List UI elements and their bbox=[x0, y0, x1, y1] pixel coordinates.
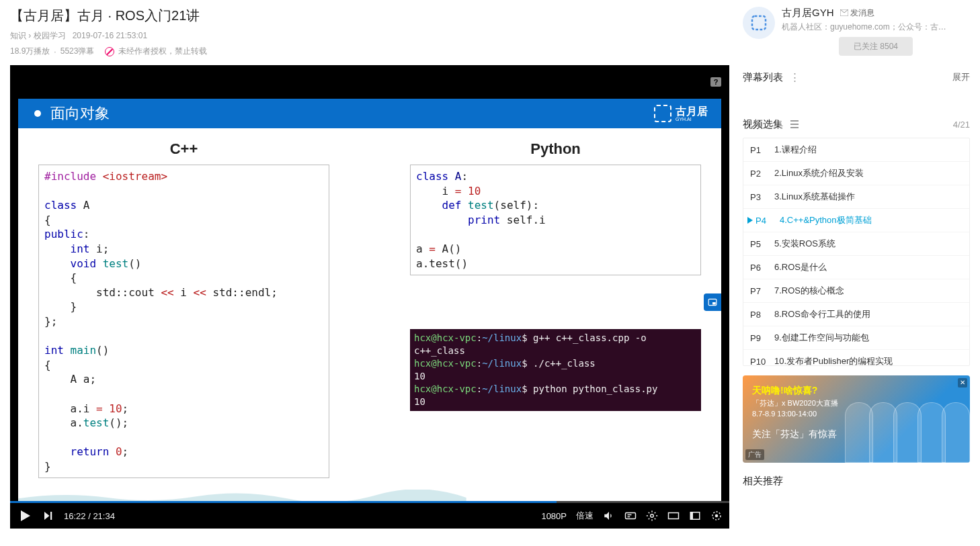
episode-title: 1.课程介绍 bbox=[774, 144, 963, 156]
expand-button[interactable]: 展开 bbox=[952, 71, 970, 83]
episode-number: P3 bbox=[750, 192, 768, 202]
related-title: 相关推荐 bbox=[743, 475, 970, 488]
episode-number: P9 bbox=[750, 333, 768, 343]
playlist: P11.课程介绍P22.Linux系统介绍及安装P33.Linux系统基础操作P… bbox=[743, 138, 970, 366]
episode-number: P6 bbox=[750, 263, 768, 273]
playlist-item[interactable]: P22.Linux系统介绍及安装 bbox=[743, 162, 969, 185]
theater-icon[interactable] bbox=[689, 510, 701, 522]
video-player[interactable]: ? 面向对象 古月居GYH.AI C++ #include <iostream>… bbox=[10, 65, 729, 529]
list-icon[interactable] bbox=[790, 120, 799, 129]
episode-number: P1 bbox=[750, 145, 768, 155]
uploader-name[interactable]: 古月居GYH bbox=[782, 7, 834, 18]
playlist-item[interactable]: P66.ROS是什么 bbox=[743, 256, 969, 279]
breadcrumb: 知识 › 校园学习 2019-07-16 21:53:01 bbox=[10, 30, 729, 42]
settings-icon[interactable] bbox=[646, 510, 658, 522]
playlist-title: 视频选集 bbox=[743, 118, 783, 131]
follow-button[interactable]: 已关注 8504 bbox=[839, 37, 913, 56]
playlist-item[interactable]: P55.安装ROS系统 bbox=[743, 232, 969, 256]
copyright-notice: 未经作者授权，禁止转载 bbox=[118, 46, 207, 57]
time-display: 16:22 / 21:34 bbox=[64, 511, 115, 521]
svg-point-3 bbox=[651, 514, 654, 518]
playlist-item[interactable]: P44.C++&Python极简基础 bbox=[743, 209, 969, 232]
episode-count: 4/21 bbox=[953, 120, 970, 130]
episode-title: 3.Linux系统基础操作 bbox=[774, 191, 963, 203]
avatar[interactable] bbox=[743, 7, 775, 39]
episode-title: 8.ROS命令行工具的使用 bbox=[774, 308, 963, 320]
playlist-item[interactable]: P88.ROS命令行工具的使用 bbox=[743, 303, 969, 326]
episode-number: P2 bbox=[750, 169, 768, 179]
pip-icon[interactable] bbox=[704, 293, 721, 311]
close-icon[interactable]: ✕ bbox=[958, 378, 967, 388]
prohibit-icon bbox=[105, 47, 114, 56]
video-frame: 面向对象 古月居GYH.AI C++ #include <iostream> c… bbox=[18, 99, 721, 503]
svg-rect-1 bbox=[712, 302, 716, 305]
playlist-item[interactable]: P11.课程介绍 bbox=[743, 138, 969, 162]
svg-rect-6 bbox=[690, 512, 693, 520]
svg-point-8 bbox=[715, 514, 719, 518]
episode-title: 4.C++&Python极简基础 bbox=[780, 214, 963, 226]
playlist-item[interactable]: P99.创建工作空间与功能包 bbox=[743, 326, 969, 350]
svg-rect-2 bbox=[626, 513, 636, 519]
danmaku-count: 5523弹幕 bbox=[60, 46, 95, 57]
episode-title: 9.创建工作空间与功能包 bbox=[774, 332, 963, 344]
more-icon[interactable]: ⋮ bbox=[790, 71, 800, 83]
breadcrumb-link-2[interactable]: 校园学习 bbox=[34, 31, 66, 40]
episode-number: P8 bbox=[750, 310, 768, 320]
svg-rect-9 bbox=[752, 16, 766, 30]
danmaku-list-title: 弹幕列表 bbox=[743, 71, 783, 84]
fullscreen-icon[interactable] bbox=[710, 510, 723, 522]
episode-title: 10.发布者Publisher的编程实现 bbox=[774, 355, 963, 366]
episode-title: 2.Linux系统介绍及安装 bbox=[774, 167, 963, 179]
episode-number: P4 bbox=[756, 216, 773, 226]
episode-number: P7 bbox=[750, 286, 768, 296]
upload-time: 2019-07-16 21:53:01 bbox=[73, 31, 147, 40]
widescreen-icon[interactable] bbox=[667, 510, 680, 522]
uploader-desc: 机器人社区：guyuehome.com；公众号：古… bbox=[782, 21, 970, 33]
playlist-item[interactable]: P1010.发布者Publisher的编程实现 bbox=[743, 350, 969, 366]
playlist-item[interactable]: P33.Linux系统基础操作 bbox=[743, 185, 969, 209]
episode-title: 7.ROS的核心概念 bbox=[774, 285, 963, 297]
ad-banner[interactable]: ✕ 天呐噜!啥惊喜? 「芬达」x BW2020大直播 8.7-8.9 13:00… bbox=[743, 375, 970, 463]
ad-badge: 广告 bbox=[745, 449, 764, 460]
playing-icon bbox=[747, 217, 753, 224]
message-button[interactable]: 发消息 bbox=[840, 7, 874, 19]
play-count: 18.9万播放 bbox=[10, 46, 50, 57]
video-title: 【古月居】古月 · ROS入门21讲 bbox=[10, 7, 729, 25]
progress-bar[interactable] bbox=[10, 501, 729, 503]
play-icon[interactable] bbox=[17, 508, 33, 524]
episode-title: 5.安装ROS系统 bbox=[774, 238, 963, 250]
help-icon[interactable]: ? bbox=[710, 77, 721, 87]
quality-button[interactable]: 1080P bbox=[541, 511, 567, 521]
episode-title: 6.ROS是什么 bbox=[774, 261, 963, 273]
svg-rect-4 bbox=[669, 513, 679, 519]
volume-icon[interactable] bbox=[603, 510, 615, 522]
danmaku-toggle-icon[interactable] bbox=[624, 510, 637, 522]
episode-number: P5 bbox=[750, 239, 768, 249]
breadcrumb-link-1[interactable]: 知识 bbox=[10, 31, 26, 40]
speed-button[interactable]: 倍速 bbox=[576, 510, 594, 522]
next-icon[interactable] bbox=[42, 510, 54, 522]
playlist-item[interactable]: P77.ROS的核心概念 bbox=[743, 279, 969, 303]
episode-number: P10 bbox=[750, 357, 768, 367]
